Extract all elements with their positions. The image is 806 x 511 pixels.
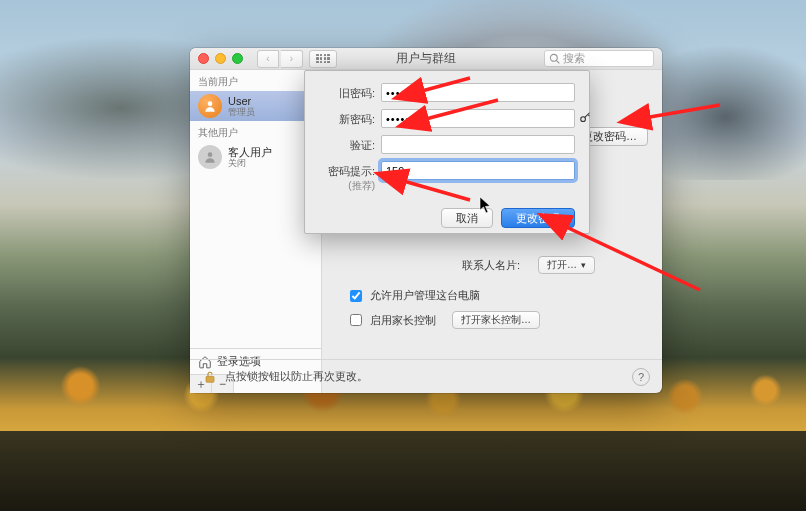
user-role: 关闭 — [228, 158, 272, 168]
avatar-icon — [198, 94, 222, 118]
allow-admin-label: 允许用户管理这台电脑 — [370, 288, 480, 303]
user-name: 客人用户 — [228, 146, 272, 159]
svg-line-1 — [557, 61, 560, 64]
svg-point-5 — [581, 117, 586, 122]
verify-label: 验证: — [319, 135, 375, 153]
help-button[interactable]: ? — [632, 368, 650, 386]
sidebar-header-other: 其他用户 — [190, 121, 321, 142]
sidebar: 当前用户 User 管理员 其他用户 客人用户 关闭 — [190, 70, 322, 393]
contact-card-label: 联系人名片: — [462, 258, 520, 273]
parental-label: 启用家长控制 — [370, 313, 436, 328]
user-name: User — [228, 95, 255, 108]
svg-point-2 — [208, 101, 213, 106]
change-password-sheet: 旧密码: 新密码: 验证: 密码提示: (推荐) 取消 更改密码 — [304, 70, 590, 234]
unlock-icon[interactable] — [202, 369, 218, 385]
sidebar-user-current[interactable]: User 管理员 — [190, 91, 321, 121]
user-role: 管理员 — [228, 107, 255, 117]
close-icon[interactable] — [198, 53, 209, 64]
search-input[interactable]: 搜索 — [544, 50, 654, 67]
cursor-icon — [479, 196, 493, 214]
old-password-label: 旧密码: — [319, 83, 375, 101]
nav-forward-button[interactable]: › — [281, 50, 303, 68]
confirm-change-password-button[interactable]: 更改密码 — [501, 208, 575, 228]
show-all-button[interactable] — [309, 50, 337, 68]
grid-icon — [316, 54, 330, 64]
parental-open-button[interactable]: 打开家长控制… — [452, 311, 540, 329]
key-icon[interactable] — [579, 111, 593, 125]
sidebar-user-guest[interactable]: 客人用户 关闭 — [190, 142, 321, 172]
traffic-lights — [198, 53, 243, 64]
search-placeholder: 搜索 — [563, 51, 585, 66]
window-title: 用户与群组 — [396, 50, 456, 67]
allow-admin-checkbox[interactable] — [350, 290, 362, 302]
nav-back-button[interactable]: ‹ — [257, 50, 279, 68]
old-password-input[interactable] — [381, 83, 575, 102]
svg-rect-4 — [206, 376, 214, 382]
sidebar-header-current: 当前用户 — [190, 70, 321, 91]
verify-password-input[interactable] — [381, 135, 575, 154]
lock-bar: 点按锁按钮以防止再次更改。 ? — [190, 359, 662, 393]
avatar-icon — [198, 145, 222, 169]
lock-hint: 点按锁按钮以防止再次更改。 — [225, 369, 368, 384]
zoom-icon[interactable] — [232, 53, 243, 64]
open-contact-button[interactable]: 打开… — [538, 256, 595, 274]
search-icon — [549, 53, 560, 64]
password-hint-input[interactable] — [381, 161, 575, 180]
hint-label: 密码提示: (推荐) — [319, 161, 375, 193]
svg-point-0 — [550, 54, 557, 61]
titlebar: ‹ › 用户与群组 搜索 — [190, 48, 662, 70]
parental-checkbox[interactable] — [350, 314, 362, 326]
minimize-icon[interactable] — [215, 53, 226, 64]
new-password-label: 新密码: — [319, 109, 375, 127]
new-password-input[interactable] — [381, 109, 575, 128]
svg-point-3 — [208, 152, 213, 157]
